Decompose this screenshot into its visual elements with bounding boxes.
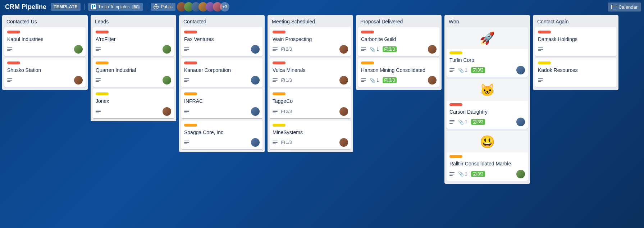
list-title[interactable]: Contacted — [181, 17, 262, 25]
board-canvas[interactable]: Contacted UsKabul IndustriesShusko Stati… — [0, 14, 644, 228]
list[interactable]: Contacted UsKabul IndustriesShusko Stati… — [2, 15, 88, 90]
card-label[interactable] — [538, 61, 551, 64]
card[interactable]: Vulca Minerals1/3 — [270, 58, 351, 87]
card-label[interactable] — [184, 61, 197, 64]
card-footer — [538, 76, 613, 85]
list[interactable]: ContactedFax VenturesKanauer Corporation… — [179, 15, 265, 152]
card-member-avatar[interactable] — [339, 76, 348, 85]
card-title: Ralltiir Consolidated Marble — [449, 160, 525, 167]
list-title[interactable]: Contact Again — [535, 17, 616, 25]
card-member-avatar[interactable] — [251, 45, 260, 54]
card-label[interactable] — [449, 103, 462, 106]
card-label[interactable] — [96, 92, 109, 95]
card-title: Carbonite Guild — [361, 36, 437, 42]
card-label[interactable] — [273, 31, 286, 33]
card-label[interactable] — [538, 31, 551, 33]
card[interactable]: TaggeCo2/3 — [270, 89, 351, 118]
card-footer — [184, 107, 260, 116]
card-member-avatar[interactable] — [74, 45, 83, 54]
card[interactable]: Hanson Mining Consolidated📎13/3 — [358, 58, 439, 87]
card-label[interactable] — [273, 92, 286, 95]
card[interactable]: 😃Ralltiir Consolidated Marble📎13/3 — [447, 131, 528, 181]
list[interactable]: Proposal DeliveredCarbonite Guild📎13/3Ha… — [356, 15, 442, 90]
list[interactable]: Contact AgainDamask HoldingsKadok Resour… — [533, 15, 618, 90]
card-member-avatar[interactable] — [251, 107, 260, 116]
card-member-avatar[interactable] — [516, 118, 525, 126]
card-label[interactable] — [361, 31, 374, 33]
card-member-avatar[interactable] — [251, 76, 260, 85]
card-member-avatar[interactable] — [339, 45, 348, 54]
list-title[interactable]: Contacted Us — [4, 17, 86, 25]
card-title: Hanson Mining Consolidated — [361, 67, 437, 73]
card-label[interactable] — [273, 124, 286, 127]
card[interactable]: Damask Holdings — [535, 27, 616, 56]
board-members[interactable]: +3 — [179, 2, 229, 12]
card-member-avatar[interactable] — [516, 170, 525, 178]
description-icon — [273, 110, 278, 113]
card-title: Kabul Industries — [7, 36, 83, 42]
card-member-avatar[interactable] — [163, 45, 171, 54]
card-label[interactable] — [7, 61, 20, 64]
card-label[interactable] — [96, 61, 109, 64]
visibility-chip[interactable]: Public — [151, 3, 175, 11]
card[interactable]: Quarren Industrial — [93, 58, 174, 87]
board-title[interactable]: CRM Pipeline — [3, 3, 49, 11]
card-member-avatar[interactable] — [339, 107, 348, 116]
calendar-button[interactable]: Calendar — [608, 3, 641, 12]
card-member-avatar[interactable] — [339, 138, 348, 147]
list-title[interactable]: Won — [447, 17, 528, 25]
card-footer: 2/3 — [273, 45, 348, 54]
checklist-badge: 3/3 — [471, 171, 485, 177]
separator — [84, 4, 85, 10]
card-label[interactable] — [184, 31, 197, 33]
checklist-badge: 3/3 — [383, 77, 397, 83]
card-title: TaggeCo — [273, 98, 348, 104]
attachment-badge: 📎1 — [370, 78, 379, 83]
card[interactable]: Carbonite Guild📎13/3 — [358, 27, 439, 56]
description-icon — [184, 110, 189, 113]
card[interactable]: Spagga Core, Inc. — [181, 120, 262, 149]
list-title[interactable]: Proposal Delivered — [358, 17, 439, 25]
list-title[interactable]: Meeting Scheduled — [270, 17, 351, 25]
card-label[interactable] — [361, 61, 374, 64]
card-label[interactable] — [184, 124, 197, 127]
card[interactable]: Kabul Industries — [4, 27, 86, 56]
card-label[interactable] — [273, 61, 286, 64]
list[interactable]: Meeting ScheduledWain Prospecting2/3Vulc… — [268, 15, 353, 152]
card-member-avatar[interactable] — [516, 66, 525, 74]
card[interactable]: Kadok Resources — [535, 58, 616, 87]
card-member-avatar[interactable] — [251, 138, 260, 147]
card-member-avatar[interactable] — [428, 76, 437, 85]
card-member-avatar[interactable] — [163, 76, 171, 85]
card[interactable]: Shusko Station — [4, 58, 86, 87]
card[interactable]: MineSystems1/3 — [270, 120, 351, 149]
card-label[interactable] — [449, 51, 462, 54]
card-title: Shusko Station — [7, 67, 83, 73]
card[interactable]: Wain Prospecting2/3 — [270, 27, 351, 56]
card[interactable]: Kanauer Corporation — [181, 58, 262, 87]
workspace-chip[interactable]: Trello Templates BC — [88, 3, 143, 11]
card-member-avatar[interactable] — [428, 45, 437, 54]
card-label[interactable] — [184, 92, 197, 95]
card[interactable]: Jonex — [93, 89, 174, 118]
card-member-avatar[interactable] — [163, 107, 171, 116]
card[interactable]: Fax Ventures — [181, 27, 262, 56]
card-label[interactable] — [96, 31, 109, 33]
list-title[interactable]: Leads — [93, 17, 174, 25]
card-member-avatar[interactable] — [74, 76, 83, 85]
list[interactable]: LeadsA'roFilterQuarren IndustrialJonex — [91, 15, 176, 121]
card-title: MineSystems — [273, 129, 348, 136]
card-label[interactable] — [7, 31, 20, 33]
attachment-badge: 📎1 — [458, 171, 467, 177]
card[interactable]: INFRAC — [181, 89, 262, 118]
card[interactable]: 🚀Turlin Corp📎13/3 — [447, 27, 528, 77]
template-badge[interactable]: TEMPLATE — [51, 3, 81, 11]
card-label[interactable] — [449, 155, 462, 158]
visibility-label: Public — [161, 4, 173, 9]
card[interactable]: A'roFilter — [93, 27, 174, 56]
member-overflow[interactable]: +3 — [220, 2, 229, 12]
card-footer: 📎13/3 — [449, 65, 525, 75]
card[interactable]: 🐱Carson Daughtry📎13/3 — [447, 79, 528, 129]
list[interactable]: Won🚀Turlin Corp📎13/3🐱Carson Daughtry📎13/… — [444, 15, 530, 184]
description-icon — [184, 141, 189, 144]
